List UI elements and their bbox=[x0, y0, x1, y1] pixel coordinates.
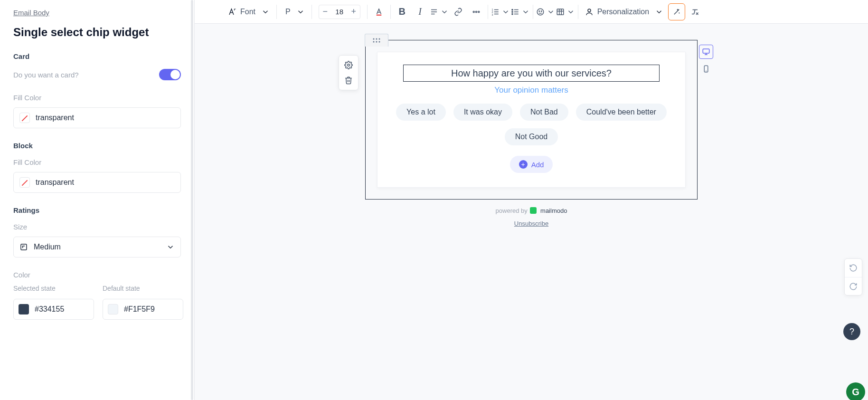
mobile-preview-button[interactable] bbox=[699, 62, 713, 76]
align-icon bbox=[430, 8, 438, 16]
svg-point-22 bbox=[541, 10, 542, 11]
font-size-decrease-button[interactable]: − bbox=[319, 7, 331, 17]
card-toggle[interactable] bbox=[159, 69, 181, 80]
email-widget-block[interactable]: How happy are you with our services? You… bbox=[365, 40, 698, 200]
help-button[interactable]: ? bbox=[843, 323, 860, 340]
table-button[interactable] bbox=[556, 3, 575, 20]
card-fill-value: transparent bbox=[36, 114, 74, 122]
selected-state-color-input[interactable]: #334155 bbox=[13, 299, 94, 320]
font-size-stepper[interactable]: − 18 + bbox=[319, 5, 360, 19]
bold-button[interactable]: B bbox=[394, 3, 411, 20]
text-color-button[interactable] bbox=[370, 3, 387, 20]
transparent-swatch-icon bbox=[19, 177, 30, 188]
default-hex-value: #F1F5F9 bbox=[124, 305, 155, 314]
link-button[interactable] bbox=[450, 3, 467, 20]
desktop-preview-button[interactable] bbox=[699, 45, 713, 59]
mobile-icon bbox=[702, 65, 710, 73]
unordered-list-button[interactable] bbox=[511, 3, 530, 20]
add-chip-button[interactable]: + Add bbox=[510, 156, 553, 173]
unsubscribe-link[interactable]: Unsubscribe bbox=[514, 220, 548, 227]
grip-icon bbox=[372, 38, 381, 43]
trash-icon bbox=[344, 76, 353, 85]
powered-by-label: powered by mailmodo bbox=[365, 207, 698, 214]
svg-point-14 bbox=[512, 9, 513, 10]
chip-option[interactable]: It was okay bbox=[453, 104, 512, 121]
font-size-increase-button[interactable]: + bbox=[348, 7, 360, 17]
paragraph-tag-select[interactable]: P bbox=[280, 0, 309, 23]
unordered-list-icon bbox=[511, 8, 519, 16]
svg-point-35 bbox=[379, 41, 380, 43]
question-subtitle[interactable]: Your opinion matters bbox=[389, 86, 674, 95]
history-toolbar bbox=[844, 258, 862, 295]
question-mark-icon: ? bbox=[849, 327, 854, 337]
ratings-size-label: Size bbox=[13, 223, 181, 231]
section-ratings-label: Ratings bbox=[13, 206, 181, 214]
block-fill-label: Fill Color bbox=[13, 158, 181, 166]
chevron-down-icon bbox=[521, 8, 530, 16]
chevron-down-icon bbox=[501, 8, 510, 16]
default-state-color-input[interactable]: #F1F5F9 bbox=[103, 299, 183, 320]
desktop-icon bbox=[702, 48, 710, 56]
grammarly-icon: G bbox=[852, 387, 859, 398]
chip-option[interactable]: Could've been better bbox=[576, 104, 667, 121]
sidebar-scrollbar[interactable] bbox=[191, 0, 193, 400]
svg-point-31 bbox=[376, 38, 377, 40]
emoji-button[interactable] bbox=[536, 3, 555, 20]
font-icon bbox=[228, 8, 236, 16]
block-fill-value: transparent bbox=[36, 178, 74, 187]
plus-icon: + bbox=[519, 160, 528, 169]
clear-format-icon bbox=[690, 8, 699, 16]
chip-option[interactable]: Not Bad bbox=[520, 104, 568, 121]
block-fill-color-input[interactable]: transparent bbox=[13, 172, 181, 193]
redo-icon bbox=[849, 282, 858, 291]
magic-wand-icon bbox=[672, 8, 681, 16]
ratings-color-label: Color bbox=[13, 271, 181, 279]
svg-point-27 bbox=[588, 9, 591, 12]
chip-option[interactable]: Not Good bbox=[505, 128, 558, 145]
expand-icon bbox=[19, 243, 28, 251]
question-title-text: How happy are you with our services? bbox=[451, 68, 612, 79]
chip-option[interactable]: Yes a lot bbox=[396, 104, 446, 121]
gear-icon bbox=[344, 61, 353, 69]
ordered-list-icon: 123 bbox=[491, 8, 500, 16]
selected-state-label: Selected state bbox=[13, 285, 94, 292]
more-formatting-button[interactable] bbox=[468, 3, 485, 20]
block-drag-handle[interactable] bbox=[365, 34, 388, 47]
personalization-button[interactable]: Personalization bbox=[581, 0, 667, 23]
card-fill-label: Fill Color bbox=[13, 94, 181, 102]
transparent-swatch-icon bbox=[19, 113, 30, 123]
grammarly-button[interactable]: G bbox=[846, 382, 865, 400]
font-size-value: 18 bbox=[331, 8, 348, 16]
ratings-size-select[interactable]: Medium bbox=[13, 237, 181, 257]
breadcrumb-email-body[interactable]: Email Body bbox=[13, 9, 49, 17]
italic-button[interactable]: I bbox=[412, 3, 429, 20]
block-delete-button[interactable] bbox=[342, 74, 355, 87]
mailmodo-logo-icon bbox=[530, 207, 537, 214]
redo-button[interactable] bbox=[845, 277, 862, 295]
svg-rect-0 bbox=[21, 244, 27, 250]
svg-point-32 bbox=[379, 38, 380, 40]
chevron-down-icon bbox=[566, 8, 575, 16]
chevron-down-icon bbox=[296, 8, 305, 16]
svg-point-21 bbox=[539, 10, 540, 11]
ellipsis-icon bbox=[472, 8, 481, 16]
align-button[interactable] bbox=[430, 3, 449, 20]
editor-toolbar: Font P − 18 + B I bbox=[195, 0, 868, 24]
add-label: Add bbox=[531, 161, 544, 169]
svg-point-20 bbox=[537, 9, 544, 15]
section-card-label: Card bbox=[13, 52, 181, 60]
svg-text:3: 3 bbox=[491, 13, 493, 16]
question-title-input[interactable]: How happy are you with our services? bbox=[403, 65, 660, 82]
block-settings-button[interactable] bbox=[342, 58, 355, 72]
clear-formatting-button[interactable] bbox=[686, 3, 703, 20]
font-family-select[interactable]: Font bbox=[224, 0, 274, 23]
svg-point-5 bbox=[473, 11, 474, 12]
svg-point-6 bbox=[475, 11, 477, 12]
svg-point-16 bbox=[512, 13, 513, 14]
svg-rect-23 bbox=[557, 9, 564, 15]
undo-button[interactable] bbox=[845, 259, 862, 277]
ratings-size-value: Medium bbox=[34, 243, 61, 251]
magic-wand-button[interactable] bbox=[668, 3, 685, 20]
card-fill-color-input[interactable]: transparent bbox=[13, 107, 181, 128]
ordered-list-button[interactable]: 123 bbox=[491, 3, 510, 20]
